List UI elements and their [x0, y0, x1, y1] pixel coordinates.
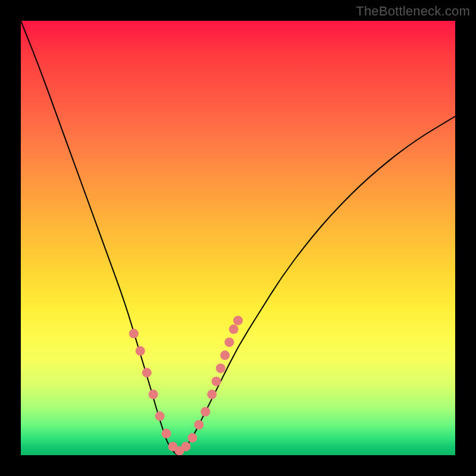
sample-dot — [149, 390, 158, 399]
sample-dot — [207, 390, 217, 399]
plot-area — [21, 21, 455, 455]
outer-frame: TheBottleneck.com — [0, 0, 476, 476]
sample-dot — [142, 368, 152, 377]
sample-dot — [233, 316, 243, 325]
sample-dot — [155, 411, 165, 421]
sample-dot — [229, 324, 239, 334]
sample-dot — [187, 433, 197, 443]
sample-dot — [162, 429, 171, 439]
sample-dot — [220, 350, 230, 360]
sample-dot — [216, 364, 226, 373]
sample-dot — [194, 420, 203, 430]
sample-dots-group — [129, 316, 243, 455]
sample-dot — [136, 346, 145, 356]
curve-right-branch — [177, 117, 455, 455]
watermark-text: TheBottleneck.com — [356, 4, 470, 19]
sample-dot — [224, 337, 234, 347]
sample-dot — [181, 441, 190, 451]
sample-dot — [129, 329, 139, 339]
sample-dot — [212, 377, 221, 386]
sample-dot — [201, 407, 210, 416]
chart-svg — [21, 21, 455, 455]
